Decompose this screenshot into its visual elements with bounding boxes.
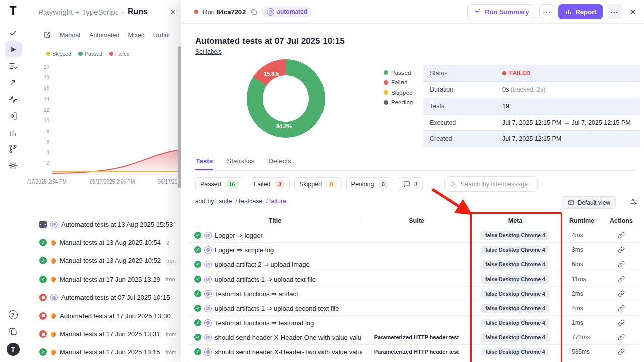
link-icon[interactable] (618, 290, 625, 297)
detail-tab[interactable]: Tests (195, 153, 213, 170)
runs-filter-tab[interactable]: Automated (89, 32, 119, 39)
link-icon[interactable] (618, 319, 625, 326)
run-list-item[interactable]: Manual tests at 17 Jun 2025 13:31 from (26, 325, 181, 343)
copy-icon[interactable] (250, 8, 257, 15)
run-title-heading: Automated tests at 07 Jul 2025 10:15 (195, 36, 345, 46)
detail-tab[interactable]: Statistics (226, 153, 255, 170)
share-icon[interactable] (43, 31, 51, 40)
docs-icon[interactable] (5, 323, 22, 339)
checklist-icon[interactable] (5, 58, 22, 74)
link-icon[interactable] (618, 276, 625, 283)
link-icon[interactable] (618, 334, 625, 341)
test-row[interactable]: upload artifacts 1 ⇒ upload text file fa… (188, 272, 640, 287)
status-filter-chip[interactable]: Skipped0 (294, 177, 342, 191)
automated-badge[interactable]: @automated (262, 6, 312, 17)
more-menu-button[interactable]: ··· (607, 4, 622, 19)
search-input[interactable] (460, 180, 532, 188)
run-list-item[interactable]: Manual tests at 17 Jun 2025 13:29 fron (26, 270, 181, 288)
run-list-item[interactable]: Manual tests at 17 Jun 2025 13:15 from (26, 343, 181, 361)
runs-icon[interactable] (5, 41, 22, 57)
link-icon[interactable] (618, 348, 625, 355)
link-icon[interactable] (618, 305, 625, 312)
test-row[interactable]: should send header X-Header-Two with val… (188, 345, 640, 359)
sort-link[interactable]: testcase (239, 198, 269, 205)
default-view-button[interactable]: Default view (562, 196, 616, 209)
activity-icon[interactable] (5, 91, 22, 107)
test-row[interactable]: upload artifacts 1 ⇒ upload second text … (188, 301, 640, 316)
more-options-button[interactable]: ··· (539, 4, 554, 19)
test-row[interactable]: Testomat functions ⇒ artifact false Desk… (188, 287, 640, 301)
run-type-icon (50, 257, 57, 264)
app-logo[interactable]: T (9, 5, 16, 17)
run-list-item[interactable]: Automated tests at 13 Aug 2025 15:53 (26, 215, 181, 233)
link-icon[interactable] (618, 246, 625, 253)
column-header[interactable]: Actions (604, 213, 639, 228)
legend-dot (384, 90, 388, 95)
comments-filter-chip[interactable]: 3 (398, 177, 423, 191)
sort-link[interactable]: failure (269, 198, 286, 205)
detail-tab[interactable]: Defects (268, 153, 292, 170)
settings-icon[interactable] (5, 157, 22, 173)
automated-icon (204, 334, 212, 341)
analytics-icon[interactable] (5, 124, 22, 140)
test-actions-cell (604, 348, 639, 355)
runs-filter-tab[interactable]: Mixed (128, 32, 144, 39)
column-header[interactable]: Runtime (559, 213, 604, 228)
passed-icon (194, 246, 201, 253)
breadcrumb-project[interactable]: Playwright + TypeScript (38, 8, 117, 16)
test-meta-cell: false Desktop Chrome 4 (471, 260, 559, 269)
view-settings-icon[interactable] (630, 198, 638, 208)
test-actions-cell (604, 232, 639, 239)
status-filter-chip[interactable]: Pending0 (346, 177, 393, 191)
run-summary-button[interactable]: Run Summary (467, 4, 535, 19)
test-row[interactable]: upload artifact 2 ⇒ upload image false D… (188, 257, 640, 272)
set-labels-link[interactable]: Set labels (195, 48, 222, 55)
meta-badge: false Desktop Chrome 4 (481, 231, 549, 240)
run-status-icon (39, 239, 47, 246)
runs-panel-close-icon[interactable]: × (170, 8, 175, 16)
runs-filter-tab[interactable]: Unfini (153, 32, 170, 39)
test-row[interactable]: Logger ⇒ simple log false Desktop Chrome… (188, 243, 640, 257)
run-list-item[interactable]: Automated tests at 07 Jul 2025 10:15 (26, 289, 181, 307)
launch-icon[interactable] (5, 74, 22, 90)
test-actions-cell (604, 305, 639, 312)
info-value: Jul 7, 2025 12:15 PM → Jul 7, 2025 12:15… (502, 119, 631, 126)
sort-link[interactable]: suite (219, 198, 239, 205)
legend-dot (46, 52, 50, 56)
branch-icon[interactable] (5, 141, 22, 157)
automated-icon (204, 261, 212, 268)
run-list-item[interactable]: Automated tests at 17 Jun 2025 13:30 (26, 307, 181, 325)
filter-count-badge: 16 (225, 180, 239, 188)
import-icon[interactable] (5, 108, 22, 124)
passed-icon (194, 261, 201, 268)
runs-filter-tab[interactable]: Manual (60, 32, 80, 39)
legend-item: Skipped (46, 51, 71, 57)
profile-avatar[interactable]: T (7, 343, 20, 356)
status-filter-chip[interactable]: Passed16 (195, 177, 244, 191)
link-icon[interactable] (618, 261, 625, 268)
run-title: Manual tests at 13 Aug 2025 10:52 (60, 257, 161, 264)
run-list-item[interactable]: Manual tests at 13 Aug 2025 10:52 fron (26, 252, 181, 270)
link-icon[interactable] (618, 232, 625, 239)
column-header[interactable]: Suite (362, 213, 471, 228)
test-title-cell: Logger ⇒ logger (188, 232, 362, 239)
run-list-item[interactable]: Manual tests at 13 Aug 2025 10:54 2 (26, 233, 181, 251)
test-row[interactable]: should send header X-Header-One with val… (188, 330, 640, 345)
y-axis-tick: 18 (44, 75, 49, 80)
scrollbar-thumb[interactable] (178, 46, 181, 188)
column-header[interactable]: Title (188, 213, 362, 228)
meta-badge: false Desktop Chrome 4 (481, 260, 549, 269)
help-icon[interactable]: ? (5, 307, 22, 323)
report-button[interactable]: Report (558, 4, 603, 19)
test-row[interactable]: Logger ⇒ logger false Desktop Chrome 4 4… (188, 228, 640, 243)
x-axis-tick: /17/2025 2:54 PM (27, 179, 67, 185)
legend-item: Failed (384, 78, 413, 88)
detail-tabs: TestsStatisticsDefects (195, 153, 636, 171)
filter-count-badge: 3 (275, 180, 285, 188)
status-filter-chip[interactable]: Failed3 (249, 177, 290, 191)
close-icon[interactable]: × (630, 7, 636, 17)
automated-icon (204, 319, 212, 327)
column-header[interactable]: Meta (471, 213, 559, 228)
tasks-icon[interactable] (5, 25, 22, 41)
test-row[interactable]: Testomat functions ⇒ testomat log false … (188, 316, 640, 330)
